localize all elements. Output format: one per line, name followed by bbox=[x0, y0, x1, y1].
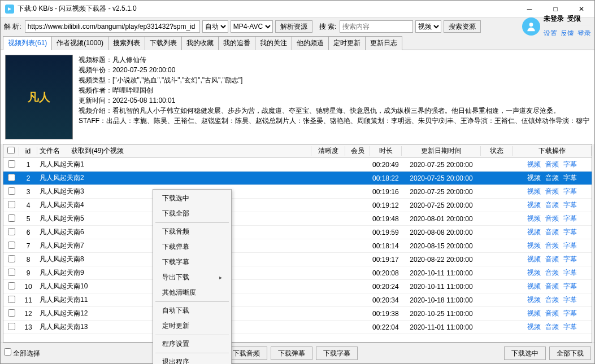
row-video-link[interactable]: 视频 bbox=[527, 228, 541, 236]
select-all-checkbox[interactable] bbox=[4, 348, 11, 356]
col-vip[interactable]: 会员 bbox=[345, 146, 370, 156]
row-checkbox[interactable] bbox=[8, 174, 15, 181]
url-input[interactable] bbox=[25, 20, 200, 33]
row-checkbox[interactable] bbox=[8, 201, 15, 208]
row-checkbox[interactable] bbox=[8, 269, 15, 276]
row-audio-link[interactable]: 音频 bbox=[545, 242, 559, 249]
col-id[interactable]: id bbox=[19, 147, 37, 155]
table-row[interactable]: 11凡人风起天南1100:20:342020-10-18 11:00:00视频音… bbox=[3, 293, 592, 307]
row-checkbox[interactable] bbox=[8, 160, 15, 168]
col-filename[interactable]: 文件名 bbox=[40, 146, 60, 156]
row-checkbox[interactable] bbox=[8, 242, 15, 249]
table-row[interactable]: 5凡人风起天南500:19:482020-08-01 20:00:00视频音频字… bbox=[3, 212, 592, 226]
row-audio-link[interactable]: 音频 bbox=[545, 214, 559, 222]
footer-btn[interactable]: 下载字幕 bbox=[316, 347, 358, 360]
row-video-link[interactable]: 视频 bbox=[527, 269, 541, 277]
row-subtitle-link[interactable]: 字幕 bbox=[563, 309, 577, 317]
header-checkbox[interactable] bbox=[7, 147, 15, 154]
table-row[interactable]: 10凡人风起天南1000:20:242020-10-11 11:00:00视频音… bbox=[3, 280, 592, 293]
row-subtitle-link[interactable]: 字幕 bbox=[563, 296, 577, 304]
search-input[interactable] bbox=[340, 20, 413, 33]
row-subtitle-link[interactable]: 字幕 bbox=[563, 187, 577, 195]
ctx-item[interactable]: 下载音频 bbox=[153, 224, 231, 239]
table-row[interactable]: 4凡人风起天南400:19:122020-07-25 20:00:00视频音频字… bbox=[3, 199, 592, 212]
format-select[interactable]: MP4-AVC bbox=[231, 20, 273, 33]
row-audio-link[interactable]: 音频 bbox=[545, 255, 559, 263]
row-video-link[interactable]: 视频 bbox=[527, 323, 541, 331]
row-audio-link[interactable]: 音频 bbox=[545, 160, 559, 168]
row-checkbox[interactable] bbox=[8, 323, 15, 330]
row-video-link[interactable]: 视频 bbox=[527, 296, 541, 304]
ctx-item[interactable]: 下载全部 bbox=[153, 206, 231, 221]
tab-5[interactable]: 我的追番 bbox=[218, 36, 255, 50]
row-video-link[interactable]: 视频 bbox=[527, 242, 541, 249]
tab-8[interactable]: 定时更新 bbox=[328, 36, 366, 50]
table-row[interactable]: 3凡人风起天南300:19:162020-07-25 20:00:00视频音频字… bbox=[3, 185, 592, 199]
row-subtitle-link[interactable]: 字幕 bbox=[563, 269, 577, 277]
row-video-link[interactable]: 视频 bbox=[527, 174, 541, 182]
row-video-link[interactable]: 视频 bbox=[527, 214, 541, 222]
search-button[interactable]: 搜索资源 bbox=[444, 20, 481, 33]
row-checkbox[interactable] bbox=[8, 228, 15, 235]
col-date[interactable]: 更新日期时间 bbox=[402, 146, 481, 156]
ctx-item[interactable]: 下载弹幕 bbox=[153, 239, 231, 255]
table-row[interactable]: 1凡人风起天南100:20:492020-07-25 20:00:00视频音频字… bbox=[3, 158, 592, 172]
footer-btn[interactable]: 下载选中 bbox=[504, 347, 546, 360]
ctx-item[interactable]: 自动下载 bbox=[153, 303, 231, 318]
col-status[interactable]: 状态 bbox=[481, 146, 513, 156]
table-row[interactable]: 9凡人风起天南900:20:082020-10-11 11:00:00视频音频字… bbox=[3, 266, 592, 280]
mode-select[interactable]: 自动 bbox=[202, 20, 228, 33]
row-subtitle-link[interactable]: 字幕 bbox=[563, 255, 577, 263]
tab-1[interactable]: 作者视频(1000) bbox=[51, 36, 108, 50]
row-audio-link[interactable]: 音频 bbox=[545, 296, 559, 304]
row-audio-link[interactable]: 音频 bbox=[545, 187, 559, 195]
row-audio-link[interactable]: 音频 bbox=[545, 309, 559, 317]
col-duration[interactable]: 时长 bbox=[370, 146, 402, 156]
row-video-link[interactable]: 视频 bbox=[527, 187, 541, 195]
tab-7[interactable]: 他的频道 bbox=[292, 36, 329, 50]
row-audio-link[interactable]: 音频 bbox=[545, 174, 559, 182]
row-audio-link[interactable]: 音频 bbox=[545, 228, 559, 236]
ctx-item[interactable]: 定时更新 bbox=[153, 318, 231, 334]
footer-btn[interactable]: 下载弹幕 bbox=[271, 347, 312, 360]
tab-6[interactable]: 我的关注 bbox=[255, 36, 292, 50]
row-video-link[interactable]: 视频 bbox=[527, 201, 541, 209]
table-row[interactable]: 13凡人风起天南1300:22:042020-11-01 11:00:00视频音… bbox=[3, 321, 592, 334]
row-subtitle-link[interactable]: 字幕 bbox=[563, 282, 577, 290]
row-audio-link[interactable]: 音频 bbox=[545, 201, 559, 209]
footer-btn[interactable]: 全部下载 bbox=[549, 347, 591, 360]
context-menu[interactable]: 下载选中下载全部下载音频下载弹幕下载字幕导出下载其他清晰度自动下载定时更新程序设… bbox=[153, 189, 232, 364]
row-audio-link[interactable]: 音频 bbox=[545, 323, 559, 331]
ctx-item[interactable]: 下载字幕 bbox=[153, 255, 231, 270]
row-checkbox[interactable] bbox=[8, 282, 15, 290]
tab-9[interactable]: 更新日志 bbox=[365, 36, 402, 50]
row-subtitle-link[interactable]: 字幕 bbox=[563, 323, 577, 331]
table-row[interactable]: 8凡人风起天南800:19:172020-08-22 20:00:00视频音频字… bbox=[3, 253, 592, 266]
row-checkbox[interactable] bbox=[8, 255, 15, 262]
ctx-item[interactable]: 其他清晰度 bbox=[153, 285, 231, 300]
select-all[interactable]: 全部选择 bbox=[4, 348, 40, 358]
table-row[interactable]: 12凡人风起天南1200:19:382020-10-25 11:00:00视频音… bbox=[3, 307, 592, 321]
search-type-select[interactable]: 视频 bbox=[415, 20, 441, 33]
row-video-link[interactable]: 视频 bbox=[527, 282, 541, 290]
table-row[interactable]: 7凡人风起天南700:18:142020-08-15 20:00:00视频音频字… bbox=[3, 239, 592, 253]
row-video-link[interactable]: 视频 bbox=[527, 160, 541, 168]
row-subtitle-link[interactable]: 字幕 bbox=[563, 214, 577, 222]
col-ops[interactable]: 下载操作 bbox=[513, 146, 592, 156]
table-row[interactable]: 6凡人风起天南600:19:592020-08-08 20:00:00视频音频字… bbox=[3, 226, 592, 239]
row-checkbox[interactable] bbox=[8, 309, 15, 317]
row-subtitle-link[interactable]: 字幕 bbox=[563, 174, 577, 182]
row-subtitle-link[interactable]: 字幕 bbox=[563, 228, 577, 236]
ctx-item[interactable]: 退出程序 bbox=[153, 354, 231, 364]
col-clarity[interactable]: 清晰度 bbox=[311, 146, 345, 156]
tab-3[interactable]: 下载列表 bbox=[145, 36, 182, 50]
row-subtitle-link[interactable]: 字幕 bbox=[563, 160, 577, 168]
avatar[interactable] bbox=[522, 17, 540, 36]
tab-2[interactable]: 搜索列表 bbox=[108, 36, 145, 50]
row-checkbox[interactable] bbox=[8, 214, 15, 222]
row-audio-link[interactable]: 音频 bbox=[545, 282, 559, 290]
tab-4[interactable]: 我的收藏 bbox=[181, 36, 219, 50]
row-subtitle-link[interactable]: 字幕 bbox=[563, 201, 577, 209]
row-checkbox[interactable] bbox=[8, 187, 15, 195]
row-checkbox[interactable] bbox=[8, 296, 15, 303]
